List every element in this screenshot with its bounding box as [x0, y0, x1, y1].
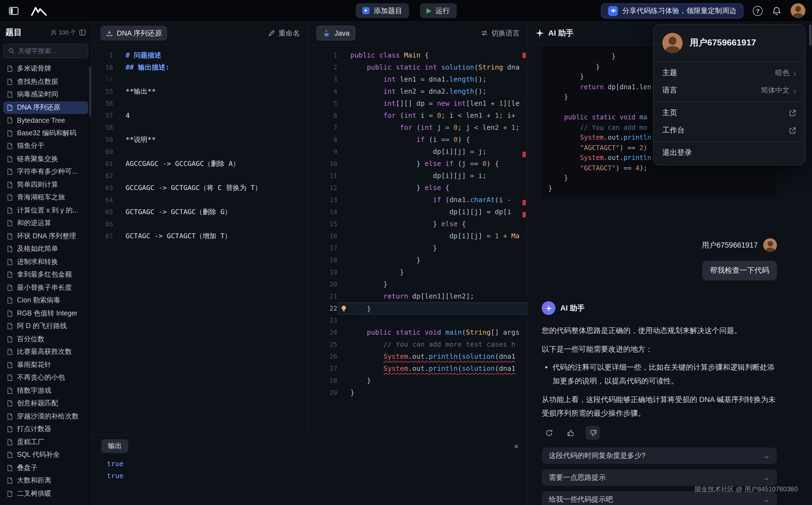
- output-tab[interactable]: 输出: [101, 439, 128, 453]
- sidebar-item[interactable]: DNA 序列还原: [3, 101, 88, 114]
- problem-tab[interactable]: DNA 序列还原: [100, 26, 167, 40]
- sidebar-item[interactable]: 不再贪心的小包: [3, 371, 88, 384]
- code-line[interactable]: 20 }: [315, 278, 528, 290]
- menu-item-logout[interactable]: 退出登录: [654, 144, 805, 162]
- code-line[interactable]: 21 return dp[len1][len2];: [315, 290, 528, 302]
- user-message-bubble[interactable]: 帮我检查一下代码: [702, 261, 777, 281]
- md-line[interactable]: 574: [99, 110, 308, 122]
- markdown-editor[interactable]: 1# 问题描述18## 输出描述:5455**输出**565745859**说明…: [93, 45, 308, 242]
- md-line[interactable]: 18## 输出描述:: [99, 61, 308, 73]
- sidebar-item[interactable]: 暴雨梨花针: [3, 358, 88, 371]
- language-tab-java[interactable]: Java: [316, 26, 356, 40]
- code-line[interactable]: 11 dp[i][j] = i;: [315, 170, 528, 182]
- sidebar-item[interactable]: 拿到最多红包金额: [3, 269, 88, 281]
- thumbs-up-icon[interactable]: [564, 426, 578, 440]
- menu-item-theme[interactable]: 主题 暗色›: [654, 64, 805, 81]
- code-editor[interactable]: 1public class Main {2 public static int …: [309, 45, 528, 399]
- sidebar-item[interactable]: 大数和距离: [3, 474, 88, 487]
- code-line[interactable]: 9 dp[i][j] = j;: [315, 146, 528, 158]
- thumbs-down-icon[interactable]: [586, 426, 600, 440]
- md-line[interactable]: 55**输出**: [99, 86, 308, 98]
- md-line[interactable]: 67GCTAGC -> GCTAGCT（增加 T）: [99, 230, 308, 242]
- code-line[interactable]: 15 } else {: [315, 218, 528, 230]
- menu-item-workspace[interactable]: 工作台: [654, 122, 805, 139]
- sidebar-item[interactable]: 打点计数器: [3, 423, 88, 436]
- code-line[interactable]: 24 public static void main(String[] args: [315, 326, 528, 338]
- code-line[interactable]: 6 for (int i = 0; i < len1 + 1; i+: [315, 110, 528, 122]
- help-icon[interactable]: ?: [753, 6, 763, 16]
- bell-icon[interactable]: [772, 6, 781, 16]
- sidebar-toggle-icon[interactable]: [9, 6, 19, 15]
- code-line[interactable]: 4 int len2 = dna2.length();: [315, 86, 528, 98]
- sidebar-item[interactable]: 叠盘子: [3, 462, 88, 474]
- md-line[interactable]: 54: [99, 73, 308, 86]
- sidebar-item[interactable]: 及格如此简单: [3, 242, 88, 256]
- sidebar-item[interactable]: 创意标题匹配: [3, 397, 88, 410]
- md-line[interactable]: 56: [99, 98, 308, 110]
- sidebar-item[interactable]: 多米诺骨牌: [3, 62, 88, 75]
- suggestion-chip[interactable]: 需要一点思路提示→: [542, 469, 777, 486]
- sidebar-item[interactable]: Base32 编码和解码: [3, 127, 88, 140]
- sidebar-item[interactable]: 青海湖租车之旅: [3, 191, 88, 204]
- md-line[interactable]: 1# 问题描述: [99, 49, 308, 61]
- sidebar-item[interactable]: 字符串有多少种可...: [3, 165, 88, 178]
- code-line[interactable]: 17 }: [315, 242, 528, 254]
- sidebar-scrollbar[interactable]: [89, 66, 91, 117]
- md-line[interactable]: 64: [99, 194, 308, 206]
- close-output-icon[interactable]: ×: [514, 441, 519, 451]
- sidebar-item[interactable]: 阿 D 的飞行路线: [3, 320, 88, 333]
- md-line[interactable]: 63GCCGAGC -> GCTGAGC（将 C 替换为 T）: [99, 182, 308, 194]
- md-line[interactable]: 59**说明**: [99, 134, 308, 146]
- code-line[interactable]: 16 dp[i][j] = 1 + Ma: [315, 230, 528, 242]
- sidebar-item[interactable]: 进制求和转换: [3, 256, 88, 269]
- suggestion-chip[interactable]: 这段代码的时间复杂度是多少?→: [542, 448, 777, 464]
- sidebar-item[interactable]: Cion 勒索病毒: [3, 294, 88, 307]
- code-line[interactable]: 22 }: [315, 302, 528, 314]
- md-line[interactable]: 66: [99, 218, 308, 230]
- sidebar-item[interactable]: 简单四则计算: [3, 178, 88, 191]
- sidebar-item[interactable]: 猫鱼分干: [3, 140, 88, 153]
- suggestion-chip[interactable]: 给我一些代码提示吧→: [542, 491, 777, 505]
- code-line[interactable]: 13 if (dna1.charAt(i -: [315, 194, 528, 206]
- add-problem-button[interactable]: + 添加题目: [356, 3, 409, 18]
- md-line[interactable]: 61AGCCGAGC -> GCCGAGC（删除 A）: [99, 158, 308, 170]
- sidebar-item[interactable]: 病毒感染时间: [3, 88, 88, 101]
- code-line[interactable]: 3 int len1 = dna1.length();: [315, 73, 528, 86]
- md-line[interactable]: 60: [99, 146, 308, 158]
- regenerate-icon[interactable]: [542, 426, 556, 440]
- md-line[interactable]: 58: [99, 122, 308, 134]
- code-line[interactable]: 18 }: [315, 254, 528, 266]
- sidebar-item[interactable]: 最小替换子串长度: [3, 281, 88, 294]
- sidebar-item[interactable]: 穿越沙漠的补给次数: [3, 410, 88, 423]
- sidebar-item[interactable]: 环状 DNA 序列整理: [3, 230, 88, 242]
- collapse-panel-icon[interactable]: [79, 29, 86, 36]
- sidebar-item[interactable]: 二叉树供暖: [3, 487, 88, 500]
- rename-button[interactable]: 重命名: [268, 28, 300, 38]
- code-line[interactable]: 25 // You can add more test cases h: [315, 338, 528, 351]
- sidebar-item[interactable]: 计算位置 x 到 y 的...: [3, 204, 88, 217]
- code-line[interactable]: 12 } else {: [315, 182, 528, 194]
- code-line[interactable]: 1public class Main {: [315, 49, 528, 61]
- sidebar-item[interactable]: 查找热点数据: [3, 75, 88, 88]
- code-line[interactable]: 19 }: [315, 266, 528, 278]
- menu-item-language[interactable]: 语言 简体中文›: [654, 81, 805, 99]
- switch-language-button[interactable]: 切换语言: [481, 28, 520, 38]
- code-line[interactable]: 26 System.out.println(solution(dna1: [315, 351, 528, 363]
- code-line[interactable]: 23: [315, 314, 528, 326]
- code-line[interactable]: 28 }: [315, 375, 528, 387]
- sidebar-item[interactable]: 百分位数: [3, 333, 88, 346]
- code-line[interactable]: 14 dp[i][j] = dp[i: [315, 206, 528, 218]
- sidebar-item[interactable]: 链表聚集交换: [3, 153, 88, 165]
- search-input[interactable]: 关键字搜索...: [3, 44, 88, 58]
- md-line[interactable]: 62: [99, 170, 308, 182]
- code-line[interactable]: 10 } else if (j == 0) {: [315, 158, 528, 170]
- sidebar-item[interactable]: Bytedance Tree: [3, 114, 88, 127]
- md-line[interactable]: 65GCTGAGC -> GCTAGC（删除 G）: [99, 206, 308, 218]
- user-avatar[interactable]: [791, 3, 805, 18]
- code-line[interactable]: 29}: [315, 387, 528, 399]
- code-line[interactable]: 2 public static int solution(String dna: [315, 61, 528, 73]
- menu-item-home[interactable]: 主页: [654, 104, 805, 122]
- sidebar-item[interactable]: 和的逆运算: [3, 217, 88, 230]
- code-line[interactable]: 5 int[][] dp = new int[len1 + 1][le: [315, 98, 528, 110]
- code-line[interactable]: 8 if (i == 0) {: [315, 134, 528, 146]
